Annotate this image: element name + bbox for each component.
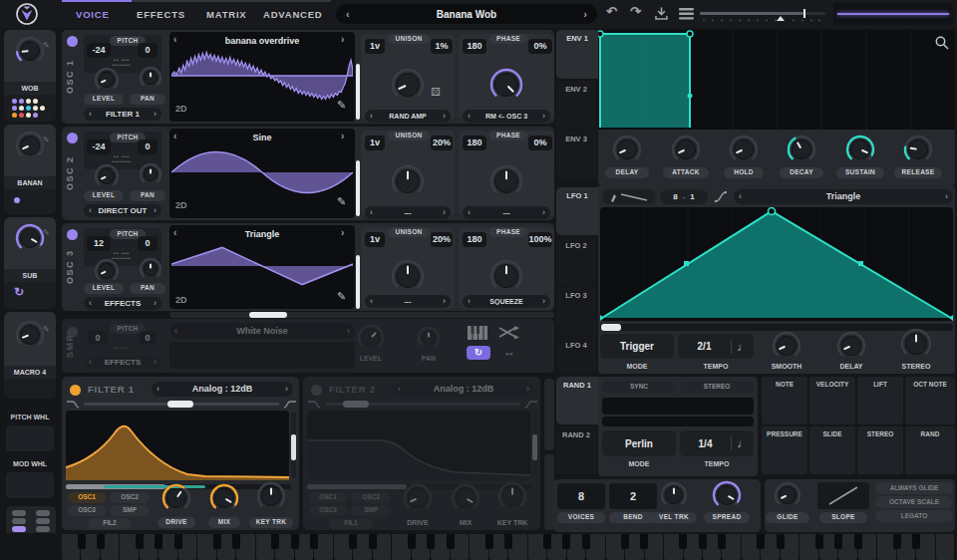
next-icon[interactable]: › — [542, 208, 545, 217]
black-key[interactable] — [543, 534, 551, 549]
black-key[interactable] — [408, 534, 416, 549]
osc2-routing-selector[interactable]: ‹DIRECT OUT› — [84, 204, 161, 217]
next-icon[interactable]: › — [945, 192, 948, 201]
filter2-drive-knob[interactable] — [403, 483, 433, 513]
osc3-pan-knob[interactable] — [139, 257, 162, 281]
filter1-morph-slider[interactable] — [84, 403, 279, 406]
lfo-stereo-knob[interactable] — [900, 328, 932, 360]
macro-wob-knob[interactable] — [15, 36, 45, 66]
random-tempo-box[interactable]: 1/4 ♩ — [680, 430, 754, 456]
pencil-icon[interactable]: ✎ — [43, 229, 50, 237]
sample-level-knob[interactable] — [357, 324, 385, 352]
black-key[interactable] — [679, 534, 687, 549]
osc2-tune[interactable]: 0 — [138, 140, 158, 154]
osc1-view-mode[interactable]: 2D — [175, 104, 187, 114]
glide-slope-display[interactable] — [817, 482, 869, 509]
osc3-transpose[interactable]: 12 — [87, 236, 111, 251]
osc1-level-knob[interactable] — [94, 67, 120, 93]
spread-knob[interactable] — [712, 480, 742, 510]
mod-source-velocity[interactable]: VELOCITY — [809, 377, 855, 424]
filter1-display[interactable] — [66, 411, 289, 480]
black-key[interactable] — [155, 534, 162, 549]
filter1-model-selector[interactable]: ‹Analog : 12dB› — [152, 382, 293, 397]
mod-source-pressure[interactable]: PRESSURE — [762, 426, 807, 474]
octave-scale-toggle[interactable]: OCTAVE SCALE — [875, 496, 953, 508]
osc1-mod-b-selector[interactable]: ‹RM <- OSC 3› — [463, 110, 550, 123]
note-icon[interactable]: ♩ — [732, 437, 754, 449]
lfo-scrollbar-handle[interactable] — [601, 324, 621, 331]
black-key[interactable] — [174, 534, 182, 549]
filter2-power-indicator[interactable] — [311, 385, 322, 396]
black-key[interactable] — [310, 534, 318, 549]
osc1-routing-selector[interactable]: ‹FILTER 1› — [84, 108, 161, 121]
next-icon[interactable]: › — [154, 206, 157, 215]
osc3-phase-value[interactable]: 180 — [463, 232, 486, 247]
volume-handle[interactable] — [803, 9, 805, 18]
filter2-input-fil1[interactable]: FIL1 — [329, 518, 373, 529]
osc1-transpose[interactable]: -24 — [87, 43, 111, 58]
black-key[interactable] — [136, 534, 144, 549]
sample-source-selector[interactable]: ‹White Noise› — [169, 323, 355, 339]
filter1-input-osc1[interactable]: OSC1 — [68, 492, 106, 503]
wavetable-prev-icon[interactable]: ‹ — [173, 34, 183, 48]
sample-tune[interactable]: 0 — [140, 331, 156, 345]
osc3-phase-rand[interactable]: 100% — [528, 232, 552, 247]
filter1-drive-knob[interactable] — [161, 483, 191, 513]
env-delay-knob[interactable] — [612, 135, 642, 164]
osc2-unison-detune[interactable]: 20% — [431, 136, 453, 150]
glide-knob[interactable] — [774, 481, 801, 509]
osc2-mod-a-knob[interactable] — [391, 164, 425, 198]
volume-slider[interactable] — [700, 12, 825, 15]
tab-voice[interactable]: VOICE — [76, 0, 110, 28]
osc3-mod-a-knob[interactable] — [391, 259, 425, 293]
filter2-input-osc1[interactable]: OSC1 — [309, 492, 347, 503]
black-key[interactable] — [213, 534, 221, 549]
keytrack-icon[interactable] — [467, 325, 488, 341]
vel-trk-knob[interactable] — [660, 481, 688, 509]
osc2-view-mode[interactable]: 2D — [175, 200, 187, 210]
note-icon[interactable]: ♩ — [732, 341, 754, 353]
filter2-mix-knob[interactable] — [451, 483, 480, 513]
next-icon[interactable]: › — [347, 327, 350, 336]
random-mode-value[interactable]: Perlin — [602, 430, 676, 456]
lfo-tempo-box[interactable]: 2/1 ♩ — [678, 334, 754, 359]
black-key[interactable] — [893, 534, 901, 549]
mod-source-stereo[interactable]: STEREO — [857, 426, 903, 474]
black-key[interactable] — [78, 534, 86, 549]
preset-next-icon[interactable]: › — [583, 8, 587, 20]
black-key[interactable] — [834, 534, 842, 549]
tab-matrix[interactable]: MATRIX — [206, 0, 247, 28]
black-key[interactable] — [621, 534, 629, 549]
black-key[interactable] — [582, 534, 590, 549]
osc2-level-knob[interactable] — [94, 163, 120, 189]
tab-lfo-2[interactable]: LFO 2 — [556, 237, 596, 285]
tab-effects[interactable]: EFFECTS — [137, 0, 185, 28]
redo-icon[interactable]: ↷ — [630, 5, 641, 18]
next-icon[interactable]: › — [443, 208, 446, 217]
osc2-mod-a-selector[interactable]: ‹---› — [365, 206, 451, 219]
osc1-unison-voices[interactable]: 1v — [365, 39, 385, 54]
keyboard[interactable] — [62, 534, 955, 560]
mod-source-oct-note[interactable]: OCT NOTE — [905, 377, 955, 424]
filter1-input-fil2[interactable]: FIL2 — [88, 518, 132, 529]
osc1-mod-b-knob[interactable] — [489, 68, 523, 102]
sample-waveform-display[interactable] — [169, 342, 355, 369]
osc2-phase-rand[interactable]: 0% — [528, 136, 552, 150]
wavetable-prev-icon[interactable]: ‹ — [173, 131, 183, 144]
wavetable-edit-pencil-icon[interactable]: ✎ — [337, 196, 346, 207]
filter1-morph-handle[interactable] — [167, 401, 193, 408]
lfo-paint-mode-icon[interactable] — [602, 189, 656, 204]
env-hold-knob[interactable] — [729, 135, 759, 164]
wavetable-edit-pencil-icon[interactable]: ✎ — [337, 100, 346, 111]
osc2-transpose[interactable]: -24 — [87, 140, 111, 154]
tab-env-1[interactable]: ENV 1 — [556, 30, 598, 79]
tab-env-3[interactable]: ENV 3 — [556, 131, 596, 178]
tab-rand-1[interactable]: RAND 1 — [556, 377, 598, 424]
black-key[interactable] — [757, 534, 765, 549]
lfo-tempo-value[interactable]: 2/1 — [678, 341, 731, 352]
osc3-wavetable-name[interactable]: Triangle — [183, 229, 341, 239]
next-icon[interactable]: › — [542, 297, 545, 306]
voices-value[interactable]: 8 — [557, 483, 605, 509]
osc3-unison-voices[interactable]: 1v — [365, 232, 385, 247]
filter2-morph-handle[interactable] — [343, 401, 369, 408]
